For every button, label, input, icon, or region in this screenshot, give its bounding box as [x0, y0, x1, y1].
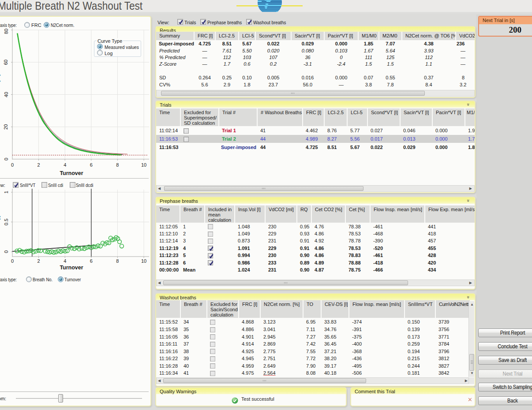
svg-text:0: 0 — [4, 250, 9, 253]
svg-text:Turnover: Turnover — [60, 170, 83, 176]
svg-text:10: 10 — [141, 162, 146, 168]
svg-text:20: 20 — [4, 124, 9, 130]
svg-text:SnIII*VT [l]: SnIII*VT [l] — [0, 216, 0, 241]
svg-text:8: 8 — [116, 162, 119, 168]
svg-text:6: 6 — [90, 258, 93, 264]
svg-text:6: 6 — [90, 162, 93, 168]
svg-text:0.5: 0.5 — [4, 219, 9, 225]
svg-text:40: 40 — [4, 92, 9, 97]
svg-text:10: 10 — [141, 258, 146, 264]
svg-text:60: 60 — [4, 60, 9, 65]
svg-text:0: 0 — [4, 158, 9, 160]
svg-text:2: 2 — [37, 258, 40, 264]
svg-text:8: 8 — [116, 258, 119, 264]
svg-text:0: 0 — [11, 258, 14, 264]
svg-text:4: 4 — [64, 162, 66, 168]
svg-text:0: 0 — [11, 162, 14, 168]
svg-text:2: 2 — [37, 162, 40, 168]
svg-text:80: 80 — [4, 29, 9, 34]
svg-text:N2Cet norm. [%]: N2Cet norm. [%] — [0, 75, 0, 114]
svg-text:Turnover: Turnover — [60, 265, 83, 271]
svg-text:1: 1 — [4, 191, 9, 194]
svg-text:4: 4 — [64, 258, 66, 264]
